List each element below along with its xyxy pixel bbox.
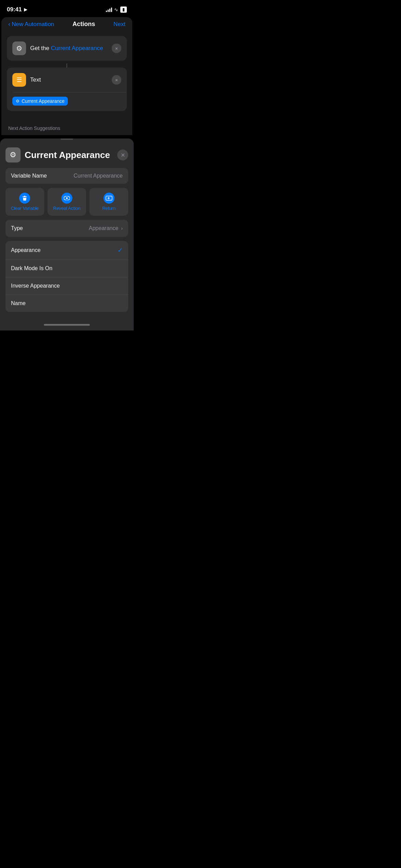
- option-check-appearance: ✓: [118, 246, 123, 254]
- type-field[interactable]: Type Appearance ›: [5, 220, 128, 237]
- home-indicator: [0, 319, 134, 330]
- option-appearance[interactable]: Appearance ✓: [5, 241, 128, 260]
- wifi-icon: ∿: [114, 7, 118, 12]
- location-icon: ▶: [24, 7, 27, 12]
- return-icon: [104, 193, 114, 204]
- sheet-header: ⚙ Current Appearance ✕: [0, 145, 134, 168]
- text-action-header: ☰ Text ×: [7, 68, 127, 92]
- nav-bar: ‹ New Automation Actions Next: [1, 17, 132, 33]
- sheet-handle: [61, 138, 73, 140]
- variable-chip[interactable]: ⚙ Current Appearance: [12, 97, 68, 106]
- dismiss-action2-button[interactable]: ×: [112, 75, 121, 85]
- get-appearance-action-card: ⚙ Get the Current Appearance ×: [7, 36, 127, 61]
- action-card-header: ⚙ Get the Current Appearance ×: [7, 36, 127, 61]
- action-title: Get the Current Appearance: [30, 45, 103, 52]
- reveal-action-icon: [61, 193, 72, 204]
- return-button[interactable]: Return: [89, 188, 128, 216]
- variable-name-value: Current Appearance: [74, 173, 123, 179]
- next-button[interactable]: Next: [113, 21, 125, 28]
- nav-title: Actions: [72, 21, 95, 28]
- sheet-dismiss-button[interactable]: ✕: [117, 149, 128, 160]
- chip-label: Current Appearance: [22, 98, 64, 104]
- option-dark-mode[interactable]: Dark Mode Is On: [5, 260, 128, 277]
- option-inverse-appearance[interactable]: Inverse Appearance: [5, 277, 128, 295]
- option-label-appearance: Appearance: [11, 247, 40, 253]
- type-label: Type: [11, 225, 23, 231]
- back-chevron-icon: ‹: [8, 21, 10, 28]
- clear-variable-label: Clear Variable: [11, 206, 39, 211]
- suggestions-label: Next Action Suggestions: [1, 119, 132, 135]
- type-chevron-icon: ›: [121, 226, 123, 231]
- status-icons: ∿ ▮: [106, 7, 127, 13]
- sheet-title: Current Appearance: [25, 150, 110, 160]
- return-label: Return: [102, 206, 116, 211]
- variable-name-label: Variable Name: [11, 173, 47, 179]
- signal-bars-icon: [106, 7, 112, 12]
- svg-point-1: [66, 197, 68, 199]
- text-action-body: ⚙ Current Appearance: [7, 93, 127, 111]
- dismiss-action1-button[interactable]: ×: [112, 44, 121, 53]
- action-gear-icon: ⚙: [12, 41, 26, 55]
- action-text-icon: ☰: [12, 73, 26, 87]
- status-time: 09:41 ▶: [7, 6, 27, 13]
- variable-name-field[interactable]: Variable Name Current Appearance: [5, 168, 128, 184]
- option-label-name: Name: [11, 300, 26, 306]
- sheet-gear-icon: ⚙: [5, 147, 21, 162]
- status-bar: 09:41 ▶ ∿ ▮: [0, 0, 134, 17]
- clear-variable-button[interactable]: Clear Variable: [5, 188, 44, 216]
- back-button[interactable]: ‹ New Automation: [8, 21, 54, 28]
- main-content: ⚙ Get the Current Appearance × ☰ Text ×: [1, 33, 132, 119]
- option-name[interactable]: Name: [5, 295, 128, 312]
- battery-icon: ▮: [120, 7, 127, 13]
- option-label-inverse: Inverse Appearance: [11, 283, 60, 289]
- chip-gear-icon: ⚙: [16, 99, 20, 104]
- text-action-title: Text: [30, 76, 41, 83]
- reveal-action-label: Reveal Action: [53, 206, 81, 211]
- bottom-sheet: ⚙ Current Appearance ✕ Variable Name Cur…: [0, 138, 134, 319]
- home-bar: [44, 324, 90, 326]
- type-value: Appearance: [89, 225, 118, 231]
- connector-line: [66, 63, 67, 68]
- option-label-dark-mode: Dark Mode Is On: [11, 265, 52, 272]
- action-buttons-row: Clear Variable Reveal Action Return: [0, 188, 134, 220]
- options-list: Appearance ✓ Dark Mode Is On Inverse App…: [5, 241, 128, 312]
- back-label: New Automation: [12, 21, 54, 28]
- reveal-action-button[interactable]: Reveal Action: [48, 188, 86, 216]
- text-action-card: ☰ Text × ⚙ Current Appearance: [7, 68, 127, 111]
- clear-variable-icon: [19, 193, 30, 204]
